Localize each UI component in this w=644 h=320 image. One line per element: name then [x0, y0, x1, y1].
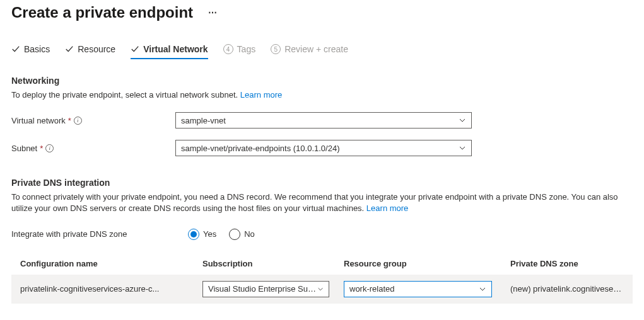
integrate-radio-group: Yes No: [188, 229, 255, 240]
check-icon: [131, 45, 139, 54]
networking-desc: To deploy the private endpoint, select a…: [11, 89, 633, 101]
radio-yes[interactable]: Yes: [188, 229, 216, 240]
learn-more-networking[interactable]: Learn more: [240, 90, 282, 100]
check-icon: [11, 45, 20, 54]
info-icon[interactable]: i: [74, 117, 82, 125]
col-config: Configuration name: [20, 259, 194, 268]
cell-dns-zone: (new) privatelink.cognitiveservices.az..…: [510, 284, 624, 294]
resource-group-select-value: work-related: [349, 284, 395, 294]
networking-title: Networking: [11, 76, 633, 86]
vnet-row: Virtual network * i sample-vnet: [11, 112, 633, 129]
table-row: privatelink-cognitiveservices-azure-c...…: [11, 275, 633, 304]
radio-no-label: No: [244, 229, 255, 239]
table-header: Configuration name Subscription Resource…: [11, 253, 633, 275]
chevron-down-icon: [479, 285, 486, 293]
resource-group-select[interactable]: work-related: [344, 281, 492, 297]
tab-label: Resource: [78, 44, 115, 54]
networking-desc-text: To deploy the private endpoint, select a…: [11, 90, 238, 100]
radio-yes-label: Yes: [203, 229, 216, 239]
chevron-down-icon: [317, 285, 324, 293]
page-title: Create a private endpoint: [11, 4, 193, 21]
tab-resource[interactable]: Resource: [65, 44, 115, 59]
check-icon: [65, 45, 74, 54]
tab-virtual-network[interactable]: Virtual Network: [131, 44, 208, 59]
page-title-row: Create a private endpoint ⋯: [11, 0, 633, 26]
subscription-select[interactable]: Visual Studio Enterprise Subscrip…: [202, 281, 329, 297]
subnet-select-value: sample-vnet/private-endpoints (10.0.1.0/…: [181, 144, 339, 153]
subnet-select[interactable]: sample-vnet/private-endpoints (10.0.1.0/…: [175, 140, 472, 156]
subnet-label: Subnet * i: [11, 144, 175, 153]
tab-label: Review + create: [284, 44, 348, 54]
tab-basics[interactable]: Basics: [11, 44, 50, 59]
dns-desc-text: To connect privately with your private e…: [11, 192, 618, 213]
integrate-label: Integrate with private DNS zone: [11, 229, 188, 239]
radio-dot-icon: [188, 229, 199, 240]
wizard-tabs: Basics Resource Virtual Network 4 Tags 5…: [11, 44, 633, 59]
required-marker: *: [40, 144, 43, 153]
integrate-row: Integrate with private DNS zone Yes No: [11, 229, 633, 240]
dns-title: Private DNS integration: [11, 178, 633, 188]
col-resource-group: Resource group: [344, 259, 501, 268]
tab-label: Basics: [24, 44, 50, 54]
tab-label: Tags: [237, 44, 256, 54]
col-subscription: Subscription: [202, 259, 335, 268]
learn-more-dns[interactable]: Learn more: [366, 203, 408, 213]
radio-no[interactable]: No: [229, 229, 255, 240]
vnet-select[interactable]: sample-vnet: [175, 112, 472, 129]
required-marker: *: [68, 116, 71, 125]
col-dns-zone: Private DNS zone: [510, 259, 624, 268]
dns-desc: To connect privately with your private e…: [11, 191, 633, 214]
step-number-icon: 4: [223, 44, 233, 54]
vnet-label-text: Virtual network: [11, 116, 66, 125]
tab-tags[interactable]: 4 Tags: [223, 44, 256, 59]
subnet-row: Subnet * i sample-vnet/private-endpoints…: [11, 140, 633, 156]
tab-review-create[interactable]: 5 Review + create: [271, 44, 348, 59]
vnet-select-value: sample-vnet: [181, 116, 226, 125]
more-actions-icon[interactable]: ⋯: [208, 8, 218, 18]
chevron-down-icon: [459, 117, 466, 124]
dns-config-table: Configuration name Subscription Resource…: [11, 253, 633, 304]
subscription-select-value: Visual Studio Enterprise Subscrip…: [208, 284, 317, 294]
subnet-label-text: Subnet: [11, 144, 37, 153]
step-number-icon: 5: [271, 44, 281, 54]
info-icon[interactable]: i: [45, 144, 54, 152]
vnet-label: Virtual network * i: [11, 116, 175, 125]
radio-dot-icon: [229, 229, 240, 240]
cell-config: privatelink-cognitiveservices-azure-c...: [20, 284, 194, 294]
chevron-down-icon: [459, 144, 466, 152]
tab-label: Virtual Network: [143, 44, 208, 54]
